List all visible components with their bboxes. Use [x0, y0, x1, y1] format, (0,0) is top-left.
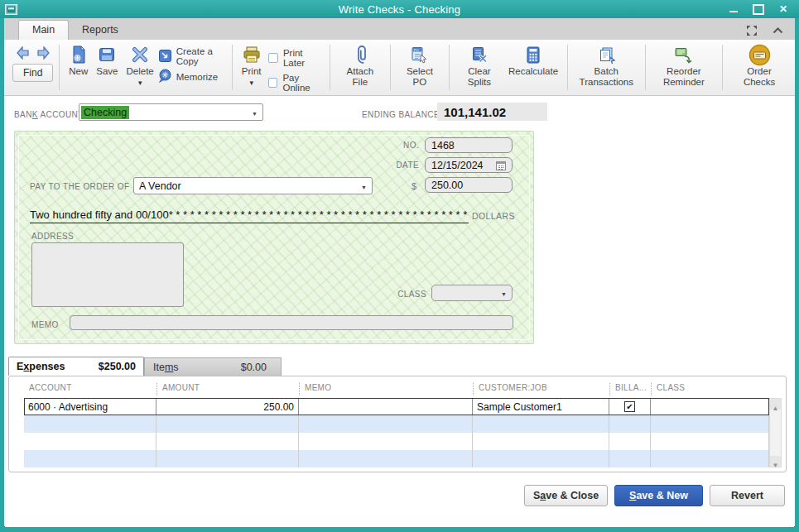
save-close-button[interactable]: Save & Close [524, 485, 608, 506]
batch-transactions-icon [597, 44, 616, 65]
header-memo[interactable]: MEMO [299, 383, 473, 395]
table-scrollbar[interactable] [769, 398, 782, 467]
check-no-field[interactable]: 1468 [425, 137, 513, 153]
table-row-empty[interactable] [24, 415, 769, 433]
select-po-icon: PO [411, 44, 428, 65]
address-label: ADDRESS [31, 232, 74, 241]
memo-field[interactable] [70, 315, 513, 330]
toolbar-divider [232, 45, 233, 90]
header-account[interactable]: ACCOUNT [24, 383, 156, 395]
pay-online-checkbox[interactable] [268, 78, 277, 88]
recalculate-button[interactable]: Recalculate [504, 42, 562, 79]
items-tab-amount: $0.00 [241, 362, 267, 373]
minimize-button[interactable] [729, 3, 738, 15]
cell-customer-job[interactable] [473, 415, 609, 433]
recalculate-label: Recalculate [508, 66, 558, 77]
toolbar-divider [330, 45, 330, 90]
tab-main[interactable]: Main [18, 20, 69, 40]
bank-account-label: BANK ACCOUNT [14, 110, 84, 119]
dropdown-arrow-icon [138, 77, 142, 88]
attach-group: Attach File [333, 42, 387, 95]
scroll-up-icon[interactable] [770, 399, 781, 410]
cell-account[interactable] [24, 415, 156, 433]
scroll-down-icon[interactable] [770, 456, 781, 467]
cell-class[interactable] [651, 450, 769, 467]
payee-dropdown[interactable]: A Vendor [133, 177, 373, 194]
tab-expenses[interactable]: Expenses $250.00 [8, 357, 144, 376]
cell-memo[interactable] [299, 398, 473, 415]
collapse-ribbon-icon[interactable] [773, 27, 783, 34]
select-po-button[interactable]: PO Select PO [396, 42, 444, 89]
bank-account-dropdown[interactable]: Checking [79, 103, 263, 121]
tab-items[interactable]: Items $0.00 [144, 357, 282, 376]
cell-account[interactable] [24, 433, 156, 450]
cell-class[interactable] [651, 398, 769, 415]
close-button[interactable] [779, 3, 787, 15]
address-box[interactable] [31, 242, 184, 307]
bank-account-value: Checking [81, 106, 129, 119]
clear-splits-label: Clear Splits [459, 66, 500, 87]
back-arrow-icon[interactable] [16, 46, 31, 60]
clear-splits-button[interactable]: Clear Splits [455, 42, 504, 89]
reorder-reminder-button[interactable]: Reorder Reminder [651, 42, 718, 89]
check-date-field[interactable]: 12/15/2024 [425, 157, 513, 173]
cell-billable[interactable] [609, 433, 651, 450]
new-button[interactable]: New [65, 42, 92, 79]
print-button[interactable]: Print [238, 42, 266, 89]
calendar-icon[interactable] [496, 161, 506, 170]
print-later-option[interactable]: Print Later [268, 48, 324, 68]
expenses-tab-label: Expenses [17, 361, 65, 372]
cell-amount[interactable] [156, 433, 299, 450]
expand-window-icon[interactable] [746, 25, 758, 36]
revert-button[interactable]: Revert [710, 485, 785, 506]
save-new-button[interactable]: Save & New [614, 485, 703, 506]
table-body: 6000 · Advertising 250.00 Sample Custome… [24, 398, 769, 467]
header-billable[interactable]: BILLA... [609, 383, 651, 395]
cell-billable[interactable] [609, 450, 651, 467]
cell-amount[interactable] [156, 450, 299, 467]
table-row-empty[interactable] [24, 433, 769, 450]
select-po-group: PO Select PO [393, 42, 446, 95]
class-dropdown[interactable] [431, 285, 513, 301]
table-row[interactable]: 6000 · Advertising 250.00 Sample Custome… [24, 398, 769, 415]
cell-account[interactable] [24, 450, 156, 467]
cell-memo[interactable] [299, 433, 473, 450]
pay-online-option[interactable]: Pay Online [268, 73, 324, 93]
cell-account[interactable]: 6000 · Advertising [24, 398, 156, 415]
cell-memo[interactable] [299, 450, 473, 467]
cell-amount[interactable] [156, 415, 299, 433]
find-button[interactable]: Find [12, 64, 53, 82]
create-copy-button[interactable]: Create a Copy [158, 46, 227, 66]
cell-class[interactable] [651, 433, 769, 450]
header-class[interactable]: CLASS [651, 383, 769, 395]
forward-arrow-icon[interactable] [36, 46, 51, 60]
table-row-empty[interactable] [24, 450, 769, 467]
written-amount-line[interactable]: Two hundred fifty and 00/100* * * * * * … [30, 208, 469, 223]
print-button-label: Print [242, 66, 262, 77]
check-amount-field[interactable]: 250.00 [425, 177, 513, 193]
batch-transactions-button[interactable]: Batch Transactions [573, 42, 640, 89]
order-checks-button[interactable]: Order Checks [728, 42, 791, 89]
header-customer-job[interactable]: CUSTOMER:JOB [473, 383, 609, 395]
cell-customer-job[interactable] [473, 450, 609, 467]
save-close-label: Save & Close [533, 490, 599, 501]
print-later-checkbox[interactable] [268, 53, 277, 63]
order-checks-icon [748, 44, 771, 65]
save-button[interactable]: Save [92, 42, 122, 79]
maximize-button[interactable] [753, 3, 764, 15]
cell-billable[interactable] [609, 415, 651, 433]
reorder-reminder-label: Reorder Reminder [655, 66, 714, 87]
attach-file-button[interactable]: Attach File [335, 42, 385, 89]
print-group: Print Print Later Pay Online [235, 42, 327, 95]
cell-class[interactable] [651, 415, 769, 433]
billable-checkbox[interactable]: ✔ [624, 401, 635, 412]
memorize-button[interactable]: Memorize [158, 69, 227, 84]
header-amount[interactable]: AMOUNT [156, 383, 299, 395]
paperclip-icon [354, 44, 367, 65]
delete-button[interactable]: Delete [123, 42, 158, 89]
tab-reports[interactable]: Reports [69, 21, 132, 40]
cell-amount[interactable]: 250.00 [156, 398, 299, 415]
cell-customer-job[interactable]: Sample Customer1 [473, 398, 609, 415]
cell-customer-job[interactable] [473, 433, 609, 450]
cell-memo[interactable] [299, 415, 473, 433]
